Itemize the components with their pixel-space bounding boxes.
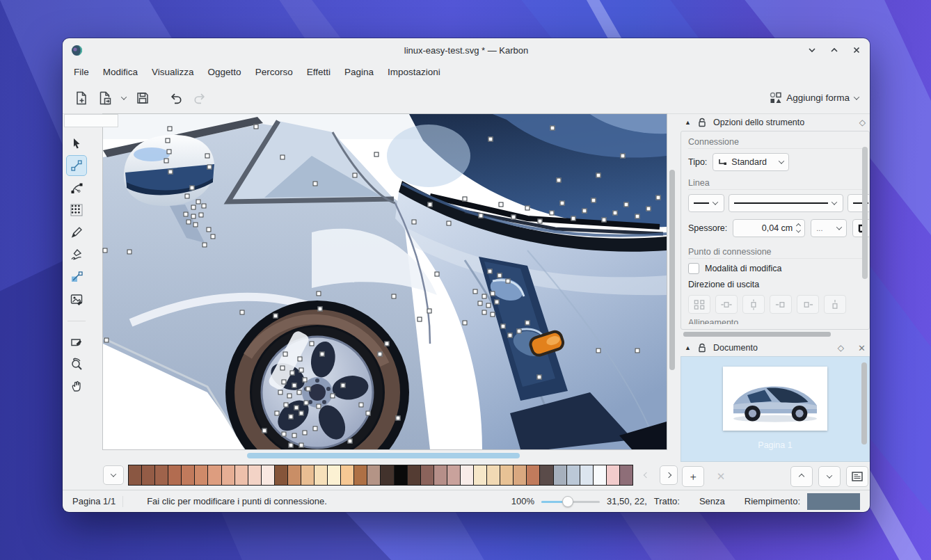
selection-handle[interactable] xyxy=(185,194,190,199)
color-swatch[interactable] xyxy=(287,465,301,486)
undo-button[interactable] xyxy=(164,87,188,109)
selection-handle[interactable] xyxy=(205,154,210,159)
pan-tool-button[interactable] xyxy=(66,376,87,397)
selection-handle[interactable] xyxy=(196,200,201,205)
menu-percorso[interactable]: Percorso xyxy=(248,64,300,80)
selection-handle[interactable] xyxy=(310,342,315,346)
selection-handle[interactable] xyxy=(298,357,303,362)
selection-handle[interactable] xyxy=(282,380,287,385)
selection-handle[interactable] xyxy=(103,248,108,253)
selection-handle[interactable] xyxy=(104,338,109,343)
selection-handle[interactable] xyxy=(297,390,302,395)
selection-handle[interactable] xyxy=(428,202,433,207)
minimize-button[interactable] xyxy=(807,45,817,55)
path-edit-tool-button[interactable] xyxy=(66,177,87,198)
color-swatch[interactable] xyxy=(367,465,380,486)
color-swatch[interactable] xyxy=(486,465,500,486)
selection-handle[interactable] xyxy=(280,155,285,160)
selection-handle[interactable] xyxy=(304,401,309,406)
selection-handle[interactable] xyxy=(538,219,543,224)
direction-up-button[interactable] xyxy=(824,295,846,314)
selection-handle[interactable] xyxy=(290,371,295,376)
selection-handle[interactable] xyxy=(499,202,504,207)
direction-left-button[interactable] xyxy=(770,295,792,314)
selection-handle[interactable] xyxy=(417,317,422,322)
color-swatch[interactable] xyxy=(473,465,486,486)
close-button[interactable] xyxy=(852,45,861,55)
selection-handle[interactable] xyxy=(571,216,576,221)
selection-handle[interactable] xyxy=(525,206,530,211)
spin-up-icon[interactable] xyxy=(796,223,801,227)
selection-handle[interactable] xyxy=(254,125,259,129)
selection-handle[interactable] xyxy=(478,301,483,306)
palette-scroll-right-button[interactable] xyxy=(660,465,678,485)
color-swatch[interactable] xyxy=(327,465,340,486)
delete-page-button[interactable]: ✕ xyxy=(710,466,732,487)
selection-handle[interactable] xyxy=(482,294,487,299)
selection-handle[interactable] xyxy=(313,426,318,431)
selection-handle[interactable] xyxy=(167,150,172,154)
selection-handle[interactable] xyxy=(646,207,651,211)
selection-handle[interactable] xyxy=(292,383,297,388)
selection-handle[interactable] xyxy=(550,211,555,216)
selection-handle[interactable] xyxy=(495,300,500,305)
float-panel-icon[interactable]: ◇ xyxy=(838,343,844,353)
unlock-icon[interactable] xyxy=(698,118,706,127)
document-vertical-scrollbar[interactable] xyxy=(861,361,867,457)
color-swatch[interactable] xyxy=(500,465,513,486)
connector-tool-button[interactable] xyxy=(66,155,87,176)
fill-color-swatch[interactable] xyxy=(807,493,860,510)
selection-handle[interactable] xyxy=(560,201,565,206)
close-panel-icon[interactable]: ✕ xyxy=(858,343,866,353)
selection-handle[interactable] xyxy=(164,159,169,163)
toolbox-drag-handle[interactable] xyxy=(64,114,118,127)
selection-handle[interactable] xyxy=(280,366,285,371)
color-swatch[interactable] xyxy=(261,465,274,486)
color-swatch[interactable] xyxy=(619,465,633,486)
selection-handle[interactable] xyxy=(275,411,280,416)
line-join-combobox[interactable]: ... xyxy=(811,219,847,237)
zoom-tool-button[interactable] xyxy=(66,353,87,374)
selection-handle[interactable] xyxy=(240,310,245,315)
selection-handle[interactable] xyxy=(320,352,325,357)
selection-handle[interactable] xyxy=(517,329,522,334)
selection-handle[interactable] xyxy=(127,250,132,255)
page-details-button[interactable] xyxy=(846,466,868,487)
direction-vertical-button[interactable] xyxy=(742,295,765,314)
selection-handle[interactable] xyxy=(289,443,294,448)
selection-handle[interactable] xyxy=(186,220,191,225)
pattern-tool-button[interactable] xyxy=(66,200,87,221)
color-swatch[interactable] xyxy=(353,465,367,486)
selection-handle[interactable] xyxy=(511,215,516,220)
color-swatch[interactable] xyxy=(606,465,619,486)
selection-handle[interactable] xyxy=(317,291,321,296)
color-swatch[interactable] xyxy=(221,465,234,486)
selection-handle[interactable] xyxy=(479,214,484,218)
thickness-spinbox[interactable]: 0,04 cm xyxy=(733,219,805,237)
selection-handle[interactable] xyxy=(278,390,283,395)
selection-handle[interactable] xyxy=(498,273,502,278)
zoom-slider-knob[interactable] xyxy=(562,496,573,507)
selection-handle[interactable] xyxy=(557,178,562,183)
selection-handle[interactable] xyxy=(292,433,297,438)
selection-handle[interactable] xyxy=(353,173,358,178)
menu-file[interactable]: File xyxy=(67,64,96,80)
selection-handle[interactable] xyxy=(596,349,601,353)
selection-handle[interactable] xyxy=(341,383,346,388)
titlebar[interactable]: linux-easy-test.svg * — Karbon xyxy=(63,38,870,62)
move-page-up-button[interactable] xyxy=(790,466,813,487)
selection-handle[interactable] xyxy=(427,309,432,314)
selection-handle[interactable] xyxy=(366,411,371,416)
selection-handle[interactable] xyxy=(488,269,493,274)
selection-handle[interactable] xyxy=(168,170,173,175)
selection-handle[interactable] xyxy=(191,205,196,210)
menu-effetti[interactable]: Effetti xyxy=(300,64,337,80)
selection-handle[interactable] xyxy=(166,138,170,143)
selection-handle[interactable] xyxy=(306,387,311,392)
image-tool-button[interactable] xyxy=(66,289,87,310)
line-style-combobox[interactable] xyxy=(729,194,843,212)
color-swatch[interactable] xyxy=(420,465,433,486)
color-swatch[interactable] xyxy=(394,465,407,486)
color-swatch[interactable] xyxy=(513,465,526,486)
selection-handle[interactable] xyxy=(282,432,287,437)
